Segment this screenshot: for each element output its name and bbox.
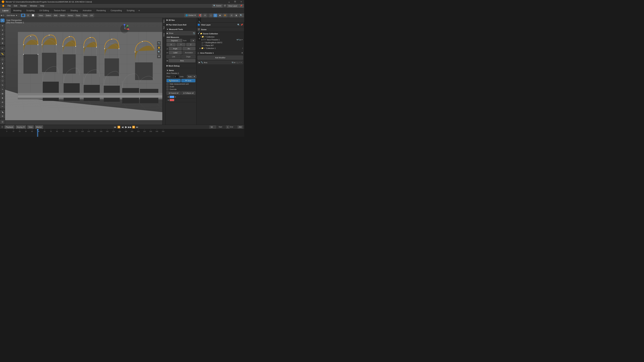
tab-add-button[interactable]: + — [137, 8, 141, 13]
prev-frame-button[interactable]: ◀ — [121, 125, 124, 129]
units-dropdown[interactable]: Auto... ▼ — [187, 75, 196, 78]
end-frame-input[interactable]: 250 — [238, 125, 243, 129]
mod-delete-icon[interactable]: ✕ — [240, 61, 242, 63]
vertex-select-mode[interactable]: ⬛ — [21, 13, 26, 17]
angle-button[interactable]: Angle — [169, 47, 182, 50]
jump-end-button[interactable]: ⏭ — [136, 125, 139, 129]
tree-collection1[interactable]: ▶ 📁 ✓ Collection 1 2 — [198, 47, 243, 50]
color-swatch-red[interactable] — [170, 99, 174, 101]
poly-build-tool[interactable]: ⬡ — [0, 79, 5, 83]
tab-sculpting[interactable]: Sculpting — [24, 8, 37, 13]
object-props-icon[interactable]: □ — [198, 18, 201, 20]
edge-select-mode[interactable]: ⊡ — [26, 13, 30, 17]
transform-global[interactable]: 🌐 Global ▼ — [184, 13, 197, 17]
tree-check-5[interactable]: ✓ — [204, 47, 206, 49]
scale-checkbox[interactable] — [166, 86, 168, 88]
tree-check-1[interactable]: ✓ — [204, 36, 206, 38]
tab-rendering[interactable]: Rendering — [94, 8, 108, 13]
collapse-all-button[interactable]: ⊟ Collapse all — [181, 91, 196, 95]
toggle-zoom-view[interactable]: 🔍 — [157, 50, 161, 54]
maximize-button[interactable]: 🗖 — [232, 0, 238, 4]
side-tab-item[interactable]: Item — [162, 18, 165, 24]
rip-tool[interactable]: ✂ — [0, 105, 5, 109]
label-button[interactable]: Label — [169, 51, 182, 54]
timeline-ruler[interactable]: 0 10 20 30 40 50 — [0, 129, 244, 137]
timeline-playhead[interactable] — [38, 129, 38, 137]
cursor-tool[interactable]: ✛ — [0, 24, 5, 28]
view-layer-pin[interactable]: 📌 — [239, 4, 244, 8]
distances-button[interactable]: 📏 Distances — [166, 79, 180, 82]
marker-menu[interactable]: Marker — [35, 125, 43, 129]
preci-input[interactable] — [174, 75, 179, 78]
tree-collection[interactable]: ▼ 📁 ✓ Collection — [198, 35, 243, 38]
filter-icon[interactable]: 🔍 — [237, 24, 240, 26]
mod-expand[interactable]: ▶ — [199, 61, 200, 63]
z-axis-button[interactable]: Z — [186, 43, 196, 46]
items-header[interactable]: ▼ Items — [166, 69, 196, 72]
viewport-shading-material[interactable]: ◉ — [218, 13, 222, 17]
mod-render-icon[interactable]: 📷 — [232, 61, 234, 63]
origin-button[interactable]: Origin — [181, 55, 196, 58]
tree-arco-finestre[interactable]: ▶ ▽ ✓ Arco Finestre 1 📷🔧◉▼ — [198, 38, 243, 41]
menu-render[interactable]: Render — [19, 4, 28, 8]
xray-bottom[interactable]: ⊡ — [0, 120, 5, 124]
menu-blender[interactable]: 🔶 — [1, 4, 6, 8]
view-layer-selector[interactable]: View Layer — [227, 4, 238, 8]
inset-tool[interactable]: ◉ — [0, 66, 5, 70]
viewport-icon-btn[interactable]: ◉ — [1, 14, 2, 16]
tab-scripting[interactable]: Scripting — [124, 8, 137, 13]
tab-animation[interactable]: Animation — [80, 8, 94, 13]
area-button[interactable]: Area — [168, 59, 196, 62]
prev-keyframe-button[interactable]: ⏪ — [117, 125, 120, 129]
arc-button[interactable]: Arc — [182, 47, 196, 50]
scene-selector[interactable]: 🔍 Scene — [212, 4, 222, 8]
edge-slide-tool[interactable]: ⊞ — [0, 92, 5, 96]
viewport-dot-btn[interactable]: ⊡ — [3, 14, 4, 16]
search-button[interactable]: 🔍 — [239, 13, 244, 17]
viewport-shading-solid[interactable]: ◫ — [213, 13, 217, 17]
tree-check-2[interactable]: ✓ — [205, 38, 206, 41]
menu-help[interactable]: Help — [39, 4, 46, 8]
bisect-tool[interactable]: ⊘ — [0, 114, 5, 118]
keying-menu[interactable]: Keying ▼ — [16, 125, 26, 129]
tab-uv-editing[interactable]: UV Editing — [37, 8, 52, 13]
viewport-xray-toggle[interactable]: ◑ — [234, 13, 238, 17]
proportional-edit[interactable]: ⊙ — [203, 13, 207, 17]
pin-icon[interactable]: 📌 — [240, 24, 243, 26]
bevel-tool[interactable]: ◈ — [0, 70, 5, 74]
viewport-3d[interactable]: User Perspective (50) Arco Finestre 1 Y — [5, 18, 162, 125]
close-button[interactable]: ✕ — [238, 0, 244, 4]
timeline-menu-icon[interactable]: ☰ — [1, 126, 3, 128]
jump-start-button[interactable]: ⏮ — [113, 125, 117, 129]
tab-compositing[interactable]: Compositing — [108, 8, 124, 13]
link-button[interactable]: Link — [166, 55, 180, 58]
minimize-button[interactable]: 🗕 — [226, 0, 232, 4]
select-menu-btn[interactable]: Select — [44, 13, 52, 17]
uv-menu-btn[interactable]: UV — [89, 13, 94, 17]
y-axis-button[interactable]: Y — [176, 43, 186, 46]
menu-window[interactable]: Window — [28, 4, 38, 8]
annotation-button[interactable]: Annotation — [182, 51, 196, 54]
tab-layout[interactable]: Layout — [0, 8, 11, 13]
move-tool[interactable]: ✛ — [0, 28, 5, 32]
texts-button[interactable]: 🔍 Texts — [181, 79, 196, 82]
play-button[interactable]: ▶ — [124, 125, 128, 129]
segment-button[interactable]: Segment — [166, 39, 182, 42]
mod-edit-icon[interactable]: □ — [236, 61, 237, 63]
shear-tool[interactable]: ⊘ — [0, 100, 5, 104]
add-cube-tool[interactable]: ◻ — [0, 57, 5, 61]
add-menu-btn[interactable]: Add — [53, 13, 58, 17]
view-menu-btn[interactable]: View — [38, 13, 44, 17]
edit-mode-dropdown[interactable]: Edit Mode ▼ — [6, 13, 18, 17]
color-swatch-blue[interactable] — [170, 96, 174, 98]
toggle-camera-view[interactable]: 📷 — [157, 41, 161, 45]
loop-cut-tool[interactable]: ⊟ — [0, 75, 5, 79]
snap-toggle[interactable]: 🧲 — [198, 13, 202, 17]
viewport-shading-render[interactable]: 🔆 — [223, 13, 228, 17]
next-keyframe-button[interactable]: ⏩ — [132, 125, 135, 129]
tree-plane[interactable]: ▽ ✓ Plane.007 — [198, 44, 243, 47]
face-menu-btn[interactable]: Face — [82, 13, 88, 17]
tree-check-4[interactable]: ✓ — [204, 44, 205, 46]
obj-props-close[interactable]: ✕ — [241, 52, 243, 54]
viewport-shading-wire[interactable]: □ — [209, 13, 213, 17]
